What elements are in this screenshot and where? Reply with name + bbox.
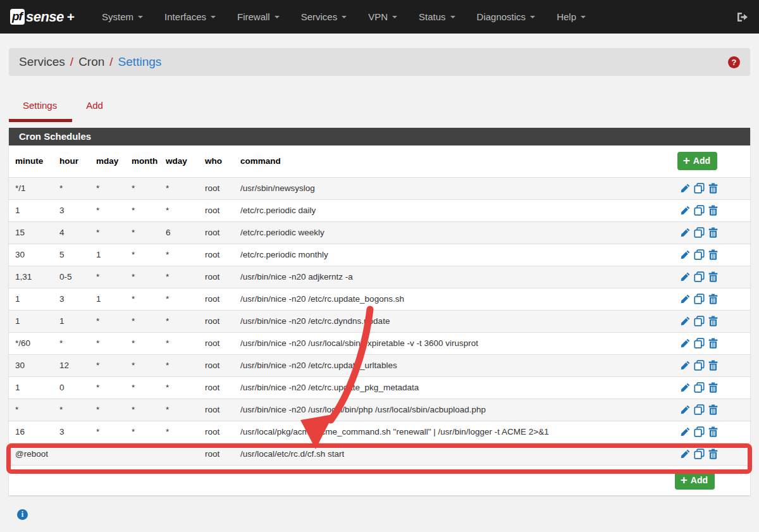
add-button-top[interactable]: +Add [677, 152, 717, 170]
cell-command: /etc/rc.periodic daily [234, 199, 655, 221]
table-row: *****root/usr/bin/nice -n20 /usr/local/b… [9, 399, 750, 421]
delete-trash-icon[interactable] [708, 404, 719, 415]
copy-icon[interactable] [694, 205, 705, 216]
delete-trash-icon[interactable] [708, 338, 719, 349]
delete-trash-icon[interactable] [708, 205, 719, 216]
chevron-down-icon [450, 16, 455, 18]
row-actions [655, 399, 750, 421]
panel-title: Cron Schedules [9, 128, 750, 145]
edit-pencil-icon[interactable] [680, 426, 691, 437]
edit-pencil-icon[interactable] [680, 316, 691, 326]
cell-who: root [199, 177, 234, 199]
nav-item-label: System [102, 11, 133, 22]
cell-mday: * [90, 399, 125, 421]
cell-month: * [125, 354, 159, 376]
delete-trash-icon[interactable] [708, 360, 719, 371]
cell-hour: * [53, 177, 90, 199]
nav-item-status[interactable]: Status [408, 0, 466, 34]
help-icon[interactable]: ? [728, 56, 740, 68]
cell-month: * [125, 288, 159, 310]
cell-month: * [125, 421, 159, 443]
col-header-who: who [199, 145, 234, 177]
pfsense-logo[interactable]: pf sense + [10, 9, 75, 25]
cell-mday: * [90, 310, 125, 332]
pfsense-logo-sense: sense [26, 9, 64, 25]
nav-item-interfaces[interactable]: Interfaces [154, 0, 226, 34]
cell-minute: 30 [9, 354, 53, 376]
edit-pencil-icon[interactable] [680, 249, 691, 260]
table-row: 154**6root/etc/rc.periodic weekly [9, 221, 750, 244]
nav-item-services[interactable]: Services [290, 0, 358, 34]
chevron-down-icon [342, 16, 347, 18]
edit-pencil-icon[interactable] [680, 271, 691, 282]
cell-mday: * [90, 221, 125, 244]
nav-item-firewall[interactable]: Firewall [226, 0, 290, 34]
delete-trash-icon[interactable] [708, 294, 719, 304]
delete-trash-icon[interactable] [708, 316, 719, 326]
row-actions [655, 421, 750, 443]
breadcrumb-separator: / [109, 55, 113, 69]
nav-item-label: Help [557, 11, 576, 22]
delete-trash-icon[interactable] [708, 227, 719, 238]
edit-pencil-icon[interactable] [680, 448, 691, 459]
nav-item-help[interactable]: Help [546, 0, 596, 34]
cell-wday: * [159, 399, 199, 421]
nav-item-vpn[interactable]: VPN [357, 0, 408, 34]
copy-icon[interactable] [694, 338, 705, 349]
cell-mday: 1 [90, 288, 125, 310]
copy-icon[interactable] [694, 294, 705, 304]
copy-icon[interactable] [694, 404, 705, 415]
edit-pencil-icon[interactable] [680, 227, 691, 238]
cell-who: root [199, 266, 234, 288]
sign-out-icon [736, 11, 749, 23]
edit-pencil-icon[interactable] [680, 183, 691, 194]
delete-trash-icon[interactable] [708, 271, 719, 282]
cell-mday: * [90, 266, 125, 288]
copy-icon[interactable] [694, 382, 705, 393]
cell-minute: 1 [9, 288, 53, 310]
edit-pencil-icon[interactable] [680, 382, 691, 393]
nav-item-label: Status [419, 11, 446, 22]
tab-settings[interactable]: Settings [9, 95, 72, 122]
nav-item-diagnostics[interactable]: Diagnostics [466, 0, 546, 34]
chevron-down-icon [581, 16, 586, 18]
cell-who: root [199, 221, 234, 244]
copy-icon[interactable] [694, 426, 705, 437]
edit-pencil-icon[interactable] [680, 205, 691, 216]
table-header-row: minute hour mday month wday who command … [9, 145, 750, 177]
edit-pencil-icon[interactable] [680, 294, 691, 304]
breadcrumb-settings-link[interactable]: Settings [118, 55, 162, 69]
row-actions [655, 354, 750, 376]
cell-who: root [199, 443, 234, 465]
delete-trash-icon[interactable] [708, 382, 719, 393]
delete-trash-icon[interactable] [708, 183, 719, 194]
cell-wday: * [159, 421, 199, 443]
delete-trash-icon[interactable] [708, 448, 719, 459]
cell-wday: * [159, 354, 199, 376]
cell-hour: 0 [53, 376, 90, 399]
delete-trash-icon[interactable] [708, 426, 719, 437]
edit-pencil-icon[interactable] [680, 338, 691, 349]
add-button-bottom[interactable]: +Add [675, 471, 715, 490]
logout-button[interactable] [736, 11, 749, 23]
copy-icon[interactable] [694, 183, 705, 194]
copy-icon[interactable] [694, 249, 705, 260]
copy-icon[interactable] [694, 227, 705, 238]
col-header-wday: wday [159, 145, 199, 177]
copy-icon[interactable] [694, 448, 705, 459]
nav-item-system[interactable]: System [91, 0, 154, 34]
cell-month: * [125, 310, 159, 332]
copy-icon[interactable] [694, 271, 705, 282]
cell-minute: 15 [9, 221, 53, 244]
cell-mday: * [90, 177, 125, 199]
copy-icon[interactable] [694, 316, 705, 326]
nav-item-label: Services [301, 11, 338, 22]
tab-add[interactable]: Add [72, 95, 118, 122]
delete-trash-icon[interactable] [708, 249, 719, 260]
copy-icon[interactable] [694, 360, 705, 371]
edit-pencil-icon[interactable] [680, 404, 691, 415]
row-actions [655, 244, 750, 266]
info-icon[interactable]: i [17, 509, 28, 520]
edit-pencil-icon[interactable] [680, 360, 691, 371]
cell-who: root [199, 376, 234, 399]
